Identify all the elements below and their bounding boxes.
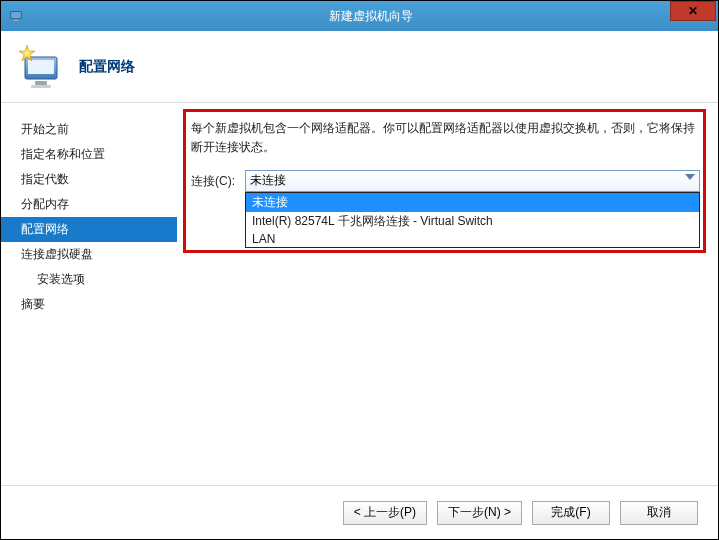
svg-rect-4 — [35, 81, 47, 85]
description-text: 每个新虚拟机包含一个网络适配器。你可以配置网络适配器以使用虚拟交换机，否则，它将… — [191, 119, 700, 156]
sidebar-item-summary[interactable]: 摘要 — [1, 292, 177, 317]
prev-button[interactable]: < 上一步(P) — [343, 501, 427, 525]
svg-rect-3 — [28, 60, 54, 74]
next-button[interactable]: 下一步(N) > — [437, 501, 522, 525]
window-title: 新建虚拟机向导 — [23, 8, 718, 25]
svg-rect-5 — [31, 85, 51, 88]
sidebar-item-install-options[interactable]: 安装选项 — [1, 267, 177, 292]
wizard-footer: < 上一步(P) 下一步(N) > 完成(F) 取消 — [1, 485, 718, 539]
cancel-button[interactable]: 取消 — [620, 501, 698, 525]
connection-select-wrap: 未连接 未连接 Intel(R) 82574L 千兆网络连接 - Virtual… — [245, 170, 700, 192]
sidebar-item-generation[interactable]: 指定代数 — [1, 167, 177, 192]
option-not-connected[interactable]: 未连接 — [246, 193, 699, 212]
sidebar-item-memory[interactable]: 分配内存 — [1, 192, 177, 217]
wizard-icon — [17, 43, 65, 91]
wizard-body: 开始之前 指定名称和位置 指定代数 分配内存 配置网络 连接虚拟硬盘 安装选项 … — [1, 103, 718, 483]
connection-dropdown: 未连接 Intel(R) 82574L 千兆网络连接 - Virtual Swi… — [245, 192, 700, 248]
wizard-header: 配置网络 — [1, 31, 718, 103]
option-intel-switch[interactable]: Intel(R) 82574L 千兆网络连接 - Virtual Switch — [246, 212, 699, 231]
sidebar: 开始之前 指定名称和位置 指定代数 分配内存 配置网络 连接虚拟硬盘 安装选项 … — [1, 103, 177, 483]
main-panel: 每个新虚拟机包含一个网络适配器。你可以配置网络适配器以使用虚拟交换机，否则，它将… — [177, 103, 718, 483]
connection-row: 连接(C): 未连接 未连接 Intel(R) 82574L 千兆网络连接 - … — [191, 170, 700, 192]
sidebar-item-network[interactable]: 配置网络 — [1, 217, 177, 242]
finish-button[interactable]: 完成(F) — [532, 501, 610, 525]
connection-label: 连接(C): — [191, 173, 239, 190]
sidebar-item-before-start[interactable]: 开始之前 — [1, 117, 177, 142]
connection-select[interactable]: 未连接 — [245, 170, 700, 192]
connection-select-value: 未连接 — [250, 173, 286, 187]
sidebar-item-vhd[interactable]: 连接虚拟硬盘 — [1, 242, 177, 267]
page-title: 配置网络 — [79, 58, 135, 76]
option-lan[interactable]: LAN — [246, 231, 699, 247]
sidebar-item-name-location[interactable]: 指定名称和位置 — [1, 142, 177, 167]
close-icon: ✕ — [688, 4, 698, 18]
close-button[interactable]: ✕ — [670, 1, 716, 21]
titlebar: 新建虚拟机向导 ✕ — [1, 1, 718, 31]
app-icon — [9, 9, 23, 23]
svg-rect-1 — [13, 20, 18, 22]
svg-rect-0 — [11, 12, 22, 19]
